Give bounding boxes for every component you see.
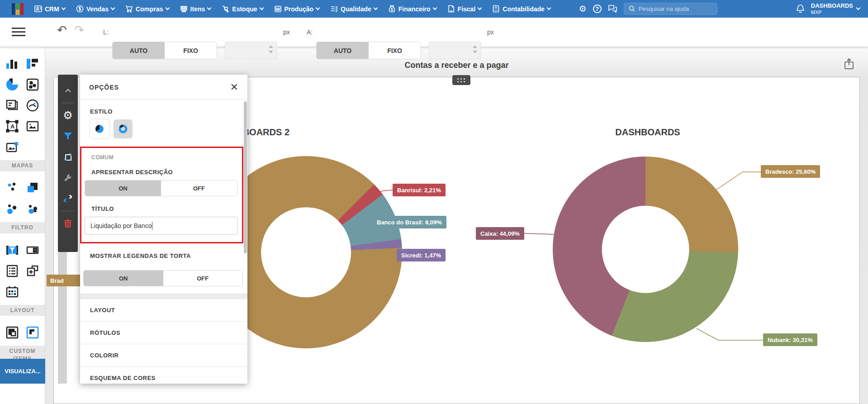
spin-down-icon[interactable]: [473, 51, 477, 53]
row-layout[interactable]: LAYOUT: [80, 299, 247, 321]
apresentar-off-button[interactable]: OFF: [161, 181, 237, 196]
apresentar-descricao-toggle: ON OFF: [85, 180, 237, 196]
menu-itens[interactable]: Itens: [175, 0, 216, 18]
image-data-widget-icon[interactable]: [3, 137, 22, 157]
widget-swap-icon[interactable]: [58, 188, 78, 209]
width-fixo-button[interactable]: FIXO: [165, 42, 217, 59]
legendas-toggle: ON OFF: [83, 270, 243, 286]
collapse-chevron-up-icon[interactable]: [58, 80, 78, 101]
app-logo[interactable]: [12, 3, 24, 15]
callout-banco-do-brasil: Banco do Brasil: 8,09%: [372, 216, 446, 228]
redo-button[interactable]: ↷: [74, 23, 84, 37]
width-mode-toggle: AUTO FIXO: [112, 42, 217, 59]
width-px-input[interactable]: [225, 42, 277, 59]
visualizar-button[interactable]: VISUALIZA...: [0, 359, 45, 384]
chevron-down-icon: [316, 6, 320, 10]
height-px-input[interactable]: [429, 42, 481, 59]
callout-caixa: Caixa: 44,09%: [476, 227, 524, 240]
calendar-filter-widget-icon[interactable]: [3, 281, 22, 302]
search-input[interactable]: [639, 5, 711, 12]
widget-delete-trash-icon[interactable]: [58, 213, 78, 234]
titulo-input[interactable]: Liquidação por Banco: [85, 217, 237, 235]
spin-down-icon[interactable]: [269, 51, 273, 53]
person-card-icon: [34, 5, 42, 13]
undo-button[interactable]: ↶: [57, 23, 67, 37]
widget-resize-icon[interactable]: [58, 147, 78, 167]
layout-container-widget-icon[interactable]: [3, 322, 22, 343]
row-rotulos[interactable]: RÓTULOS: [80, 321, 247, 344]
callout-nubank: Nubank: 30,31%: [763, 333, 817, 346]
menu-estoque[interactable]: Estoque: [217, 0, 267, 18]
help-icon[interactable]: ?: [593, 5, 602, 13]
pie-map-widget-icon[interactable]: [23, 199, 42, 219]
estilo-label: ESTILO: [90, 108, 237, 115]
width-mode-label: L:: [103, 29, 109, 36]
widget-settings-gear-icon[interactable]: ⚙: [58, 105, 78, 126]
style-donut-button[interactable]: [114, 119, 133, 138]
cards-widget-icon[interactable]: [3, 95, 22, 116]
legendas-on-button[interactable]: ON: [84, 271, 163, 286]
list-filter-widget-icon[interactable]: [3, 261, 22, 281]
chevron-down-icon: [259, 6, 264, 10]
hamburger-menu-icon[interactable]: [12, 28, 25, 38]
gauge-widget-icon[interactable]: [23, 95, 42, 116]
dropdown-filter-widget-icon[interactable]: [23, 240, 42, 261]
widget-filter-icon[interactable]: [58, 126, 78, 147]
bar-chart-widget-icon[interactable]: [3, 53, 22, 74]
scatter-widget-icon[interactable]: [23, 74, 42, 95]
height-fixo-button[interactable]: FIXO: [369, 42, 421, 59]
bubble-map-widget-icon[interactable]: [3, 199, 22, 219]
callout-sicredi: Sicredi: 1,47%: [397, 249, 446, 261]
handtruck-icon: [222, 5, 229, 13]
range-filter-widget-icon[interactable]: [3, 240, 22, 261]
text-widget-icon[interactable]: A: [3, 116, 22, 137]
row-esquema-de-cores[interactable]: ESQUEMA DE CORES: [80, 366, 247, 384]
help-search-box[interactable]: [624, 3, 717, 15]
chevron-down-icon: [546, 6, 551, 10]
image-widget-icon[interactable]: [23, 116, 42, 137]
layout-frame-widget-icon[interactable]: [23, 322, 42, 343]
legendas-off-button[interactable]: OFF: [163, 271, 243, 286]
menu-fiscal[interactable]: Fiscal: [443, 0, 486, 18]
menu-financeiro[interactable]: Financeiro: [384, 0, 441, 18]
chat-icon[interactable]: [608, 5, 617, 13]
close-icon[interactable]: ✕: [230, 82, 238, 92]
spin-up-icon[interactable]: [473, 45, 477, 48]
panel-scrollbar[interactable]: [244, 101, 247, 253]
svg-text:A: A: [10, 123, 15, 130]
height-auto-button[interactable]: AUTO: [317, 42, 369, 59]
widget-wrench-icon[interactable]: [58, 167, 78, 188]
dashboard-layout-widget-icon[interactable]: [23, 53, 42, 74]
chevron-down-icon: [207, 6, 212, 10]
menu-qualidade[interactable]: Qualidade: [326, 0, 382, 18]
share-icon[interactable]: [844, 58, 854, 70]
shape-map-widget-icon[interactable]: [23, 178, 42, 199]
top-navigation-bar: CRM Vendas Compras Itens Estoque Produçã…: [0, 0, 868, 18]
menu-vendas[interactable]: Vendas: [71, 0, 119, 18]
section-gap: [80, 294, 247, 299]
menu-contabilidade[interactable]: Contabilidade: [488, 0, 555, 18]
settings-gear-icon[interactable]: ⚙: [579, 5, 587, 13]
menu-producao[interactable]: Produção: [270, 0, 324, 18]
add-window-widget-icon[interactable]: [23, 261, 42, 281]
account-menu[interactable]: DASHBOARDS MXP: [811, 3, 860, 15]
width-auto-button[interactable]: AUTO: [113, 42, 165, 59]
titulo-label: TÍTULO: [91, 205, 232, 212]
comum-label: COMUM: [91, 154, 232, 161]
apresentar-on-button[interactable]: ON: [85, 181, 161, 196]
dot-map-widget-icon[interactable]: [3, 178, 22, 199]
donut-chart-dashboards[interactable]: [553, 157, 738, 342]
widget-drag-handle[interactable]: [452, 75, 470, 85]
dollar-circle-icon: [76, 5, 84, 13]
row-colorir[interactable]: COLORIR: [80, 344, 247, 366]
spin-up-icon[interactable]: [269, 45, 273, 48]
moneybag-icon: [388, 5, 396, 13]
menu-crm[interactable]: CRM: [30, 0, 70, 18]
bell-icon[interactable]: [796, 4, 805, 14]
document-icon: [447, 5, 455, 13]
menu-compras[interactable]: Compras: [121, 0, 174, 18]
style-pie-button[interactable]: [90, 119, 109, 138]
pie-chart-widget-icon[interactable]: [3, 74, 22, 95]
apresentar-descricao-label: APRESENTAR DESCRIÇÃO: [91, 169, 232, 176]
dashboard-title: Contas a receber e a pagar: [45, 61, 868, 70]
